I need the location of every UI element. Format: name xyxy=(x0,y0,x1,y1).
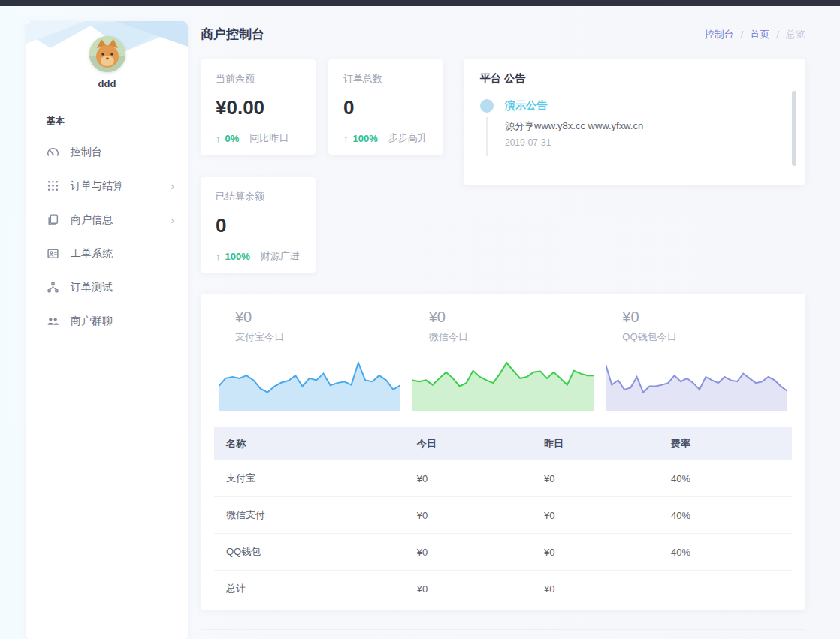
qq-wallet-today-amount: ¥0 xyxy=(606,309,787,326)
table-row-qq-wallet: QQ钱包 ¥0 ¥0 40% xyxy=(214,534,792,571)
stat-card-current-balance: 当前余额 ¥0.00 ↑ 0% 同比昨日 xyxy=(201,59,316,155)
sidebar-item-label: 商户群聊 xyxy=(71,315,174,328)
notice-item-date: 2019-07-31 xyxy=(505,137,643,148)
cell-rate: 40% xyxy=(659,534,792,571)
wechat-chart-column: ¥0 微信今日 xyxy=(412,309,594,411)
cell-today: ¥0 xyxy=(405,460,532,497)
user-avatar[interactable] xyxy=(89,36,125,72)
sidebar-menu: 控制台 订单与结算 › 商户信息 › 工单系统 xyxy=(26,135,188,338)
sidebar-item-label: 订单测试 xyxy=(71,281,174,294)
wechat-today-amount: ¥0 xyxy=(412,309,594,326)
stat-label: 已结算余额 xyxy=(216,190,301,203)
wechat-sparkline-chart xyxy=(412,354,594,411)
cell-yesterday: ¥0 xyxy=(532,497,659,534)
wechat-today-label: 微信今日 xyxy=(412,330,594,344)
chevron-right-icon: › xyxy=(171,180,174,192)
top-accent-bar xyxy=(0,0,840,6)
cell-name: 微信支付 xyxy=(214,497,405,534)
stat-label: 订单总数 xyxy=(343,72,428,86)
notice-item-content: 源分享www.y8x.cc www.yfxw.cn xyxy=(505,119,643,133)
stat-card-total-orders: 订单总数 0 ↑ 100% 步步高升 xyxy=(328,59,443,155)
sidebar-item-orders-settlement[interactable]: 订单与结算 › xyxy=(26,169,188,203)
page-title: 商户控制台 xyxy=(201,26,264,43)
payments-overview-panel: ¥0 支付宝今日 ¥0 微信今日 ¥0 QQ钱包今日 xyxy=(201,294,805,610)
sidebar-section-label: 基本 xyxy=(26,89,188,129)
cell-name: 总计 xyxy=(214,571,405,607)
notice-scrollbar[interactable] xyxy=(792,91,796,166)
notice-panel-title: 平台 公告 xyxy=(480,72,789,86)
breadcrumb: 控制台 / 首页 / 总览 xyxy=(705,28,805,41)
sidebar-item-dashboard[interactable]: 控制台 xyxy=(26,135,188,169)
cell-name: 支付宝 xyxy=(214,460,405,497)
cell-yesterday: ¥0 xyxy=(532,534,659,571)
main-content: 商户控制台 控制台 / 首页 / 总览 当前余额 ¥0.00 ↑ 0% 同比昨日 xyxy=(201,21,805,639)
documents-icon xyxy=(47,213,59,226)
arrow-up-icon: ↑ xyxy=(343,133,349,144)
cell-yesterday: ¥0 xyxy=(532,460,659,497)
alipay-sparkline-chart xyxy=(219,354,400,411)
notice-timeline xyxy=(486,117,488,156)
chevron-right-icon: › xyxy=(171,214,174,226)
arrow-up-icon: ↑ xyxy=(216,133,221,144)
stat-note: 财源广进 xyxy=(261,249,300,263)
breadcrumb-current: 总览 xyxy=(786,28,805,41)
notice-dot-icon xyxy=(480,99,494,113)
sidebar-item-label: 商户信息 xyxy=(71,213,171,227)
cell-today: ¥0 xyxy=(405,534,532,571)
stat-note: 步步高升 xyxy=(388,131,428,145)
qq-wallet-chart-column: ¥0 QQ钱包今日 xyxy=(606,309,787,411)
sidebar-item-ticket-system[interactable]: 工单系统 xyxy=(26,237,188,270)
payment-rates-table: 名称 今日 昨日 费率 支付宝 ¥0 ¥0 40% 微信支付 xyxy=(214,427,792,607)
qq-wallet-today-label: QQ钱包今日 xyxy=(606,330,787,344)
stat-card-settled-balance: 已结算余额 0 ↑ 100% 财源广进 xyxy=(201,177,316,273)
users-icon xyxy=(47,315,59,327)
cell-rate: 40% xyxy=(659,497,792,534)
nodes-icon xyxy=(47,281,59,294)
username: ddd xyxy=(26,78,188,89)
cell-rate: 40% xyxy=(659,460,792,497)
alipay-chart-column: ¥0 支付宝今日 xyxy=(219,309,400,411)
sidebar-item-label: 控制台 xyxy=(71,146,174,159)
sidebar-item-merchant-chat[interactable]: 商户群聊 xyxy=(26,304,188,338)
notice-item: 演示公告 源分享www.y8x.cc www.yfxw.cn 2019-07-3… xyxy=(480,99,789,148)
gauge-icon xyxy=(47,146,59,158)
cell-today: ¥0 xyxy=(405,497,532,534)
stat-value: ¥0.00 xyxy=(216,96,301,119)
column-header-rate: 费率 xyxy=(659,427,792,460)
sidebar-item-label: 订单与结算 xyxy=(71,179,171,193)
sidebar: ddd 基本 控制台 订单与结算 › 商户信息 › xyxy=(26,21,188,639)
cell-today: ¥0 xyxy=(405,571,532,607)
stat-note: 同比昨日 xyxy=(249,131,289,145)
stat-change: 100% xyxy=(225,251,250,262)
breadcrumb-separator: / xyxy=(741,29,744,40)
cat-avatar-graphic xyxy=(89,36,125,72)
arrow-up-icon: ↑ xyxy=(216,251,221,262)
cell-rate xyxy=(659,571,792,607)
stat-label: 当前余额 xyxy=(216,72,301,86)
notice-item-title[interactable]: 演示公告 xyxy=(505,99,643,113)
stat-change: 100% xyxy=(353,133,378,144)
qq-wallet-sparkline-chart xyxy=(606,354,787,411)
grid-icon xyxy=(47,179,59,192)
sidebar-item-label: 工单系统 xyxy=(71,247,174,261)
breadcrumb-separator: / xyxy=(776,29,779,40)
sidebar-item-merchant-info[interactable]: 商户信息 › xyxy=(26,203,188,237)
platform-notice-panel: 平台 公告 演示公告 源分享www.y8x.cc www.yfxw.cn 201… xyxy=(464,59,805,185)
sidebar-item-order-test[interactable]: 订单测试 xyxy=(26,270,188,304)
table-row-wechat: 微信支付 ¥0 ¥0 40% xyxy=(214,497,792,534)
column-header-today: 今日 xyxy=(405,427,532,460)
cell-name: QQ钱包 xyxy=(214,534,405,571)
table-header-row: 名称 今日 昨日 费率 xyxy=(214,427,792,460)
id-card-icon xyxy=(47,247,59,260)
table-row-total: 总计 ¥0 ¥0 xyxy=(214,571,792,607)
stat-value: 0 xyxy=(216,214,301,237)
breadcrumb-home-link[interactable]: 首页 xyxy=(750,28,769,41)
page-footer: ©2021 源分享版权所有. ICP备88888888号 xyxy=(201,629,805,639)
breadcrumb-dashboard-link[interactable]: 控制台 xyxy=(705,28,734,41)
alipay-today-label: 支付宝今日 xyxy=(219,330,400,344)
table-row-alipay: 支付宝 ¥0 ¥0 40% xyxy=(214,460,792,497)
stat-change: 0% xyxy=(225,133,240,144)
column-header-yesterday: 昨日 xyxy=(532,427,659,460)
column-header-name: 名称 xyxy=(214,427,405,460)
stat-value: 0 xyxy=(343,96,428,119)
